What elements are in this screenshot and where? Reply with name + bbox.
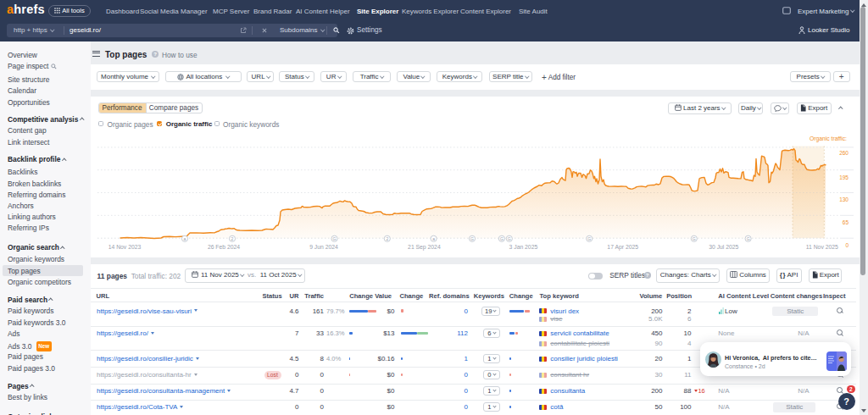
svg-text:30 Jul 2025: 30 Jul 2025 <box>709 244 738 250</box>
svg-text:a: a <box>432 236 435 241</box>
svg-text:65: 65 <box>843 219 849 225</box>
svg-text:21 Sep 2024: 21 Sep 2024 <box>408 244 441 251</box>
svg-text:G: G <box>500 236 504 241</box>
svg-text:195: 195 <box>839 174 849 180</box>
svg-text:14 Nov 2023: 14 Nov 2023 <box>108 244 142 250</box>
svg-text:2: 2 <box>231 236 234 241</box>
svg-text:G: G <box>587 236 591 241</box>
svg-text:G: G <box>747 236 750 241</box>
svg-text:26 Feb 2024: 26 Feb 2024 <box>208 244 240 250</box>
svg-text:G: G <box>693 236 696 241</box>
svg-text:G: G <box>333 236 337 241</box>
svg-text:260: 260 <box>839 150 849 156</box>
svg-text:9 Jun 2024: 9 Jun 2024 <box>309 244 338 250</box>
svg-text:130: 130 <box>839 196 849 202</box>
svg-text:G: G <box>508 236 511 241</box>
svg-text:17 Apr 2025: 17 Apr 2025 <box>607 244 638 251</box>
svg-text:3 Jan 2025: 3 Jan 2025 <box>509 244 538 250</box>
svg-text:0: 0 <box>845 242 849 248</box>
svg-text:G: G <box>470 236 474 241</box>
svg-text:11 Nov 2025: 11 Nov 2025 <box>806 244 838 250</box>
svg-text:2: 2 <box>386 236 388 241</box>
svg-text:Organic traffic:: Organic traffic: <box>810 136 847 142</box>
svg-text:a: a <box>184 236 186 241</box>
